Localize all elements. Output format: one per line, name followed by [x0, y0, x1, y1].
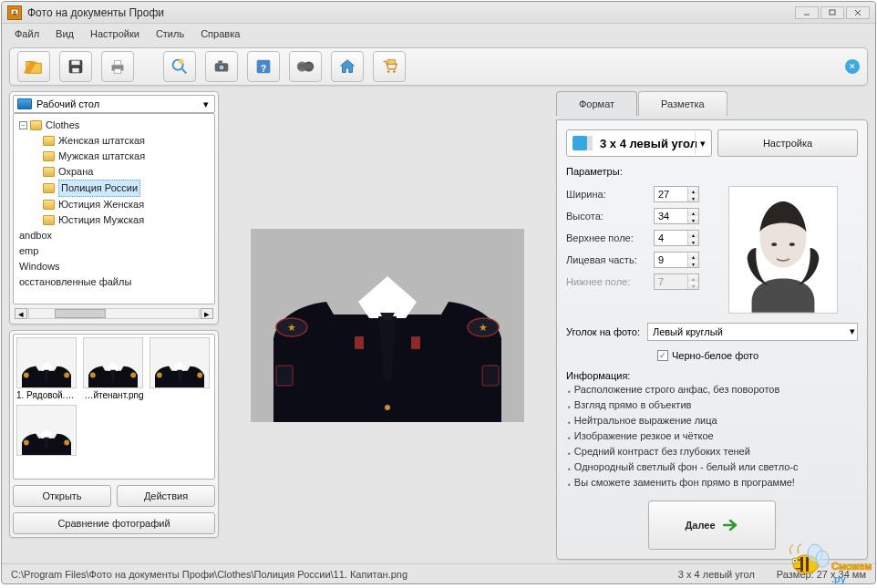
top-margin-label: Верхнее поле:: [566, 232, 654, 243]
corner-label: Уголок на фото:: [566, 326, 640, 337]
svg-rect-25: [387, 60, 395, 65]
face-part-input[interactable]: 9▴▾: [654, 252, 699, 268]
compare-button[interactable]: Сравнение фотографий: [13, 512, 215, 534]
tree-folder[interactable]: Мужская штатская: [32, 149, 212, 164]
menu-file[interactable]: Файл: [7, 26, 46, 41]
scroll-right-icon[interactable]: ▸: [201, 308, 213, 319]
svg-point-51: [789, 242, 795, 246]
chevron-down-icon: ▾: [200, 98, 212, 110]
svg-point-50: [771, 242, 777, 246]
tree-folder[interactable]: Женская штатская: [32, 133, 212, 149]
tree-folder-selected[interactable]: Полиция России: [32, 180, 212, 197]
open-button[interactable]: Открыть: [13, 485, 111, 507]
file-browser: Рабочий стол ▾ −Clothes Женская штатская…: [9, 91, 219, 325]
tree-folder[interactable]: Охрана: [32, 164, 212, 180]
menu-settings[interactable]: Настройки: [83, 26, 147, 41]
close-button[interactable]: [846, 6, 870, 19]
tree-folder[interactable]: Юстиция Мужская: [32, 212, 212, 228]
toolbar-open-icon[interactable]: [17, 51, 50, 82]
minimize-button[interactable]: [795, 6, 819, 19]
svg-point-23: [387, 70, 390, 73]
svg-point-45: [385, 405, 390, 410]
tree-folder[interactable]: Юстиция Женская: [32, 197, 212, 212]
svg-point-33: [157, 373, 162, 378]
thumbnail-item[interactable]: …йтенант.png: [83, 337, 145, 400]
height-input[interactable]: 34▴▾: [654, 208, 699, 224]
thumbnail-item[interactable]: [16, 405, 78, 458]
bottom-margin-input: 7▴▾: [654, 273, 699, 290]
svg-rect-47: [482, 366, 499, 386]
scroll-left-icon[interactable]: ◂: [15, 308, 27, 319]
svg-rect-10: [114, 61, 120, 66]
thumbnail-panel: 1. Рядовой.png …йтенант.png: [9, 330, 219, 538]
svg-text:?: ?: [261, 64, 266, 74]
tree-folder[interactable]: emp: [19, 243, 212, 259]
height-label: Высота:: [566, 211, 654, 222]
svg-rect-7: [71, 61, 79, 66]
toolbar-close-icon[interactable]: ✕: [845, 59, 860, 74]
bw-checkbox[interactable]: ✓: [657, 350, 668, 361]
app-icon: [7, 5, 22, 20]
tree-folder-clothes[interactable]: −Clothes: [19, 118, 212, 133]
toolbar-video-icon[interactable]: [289, 51, 322, 82]
bottom-margin-label: Нижнее поле:: [566, 276, 654, 287]
format-name: 3 х 4 левый угол: [600, 137, 697, 150]
svg-point-24: [393, 70, 396, 73]
toolbar: ? ✕: [9, 47, 868, 86]
app-window: Фото на документы Профи Файл Вид Настрой…: [1, 1, 876, 584]
toolbar-camera-icon[interactable]: [205, 51, 238, 82]
svg-line-13: [182, 69, 187, 74]
status-size: Размер: 27 х 34 мм: [777, 569, 866, 580]
clothing-preview[interactable]: ★ ★: [251, 229, 524, 422]
svg-rect-46: [276, 366, 293, 386]
svg-text:★: ★: [479, 322, 488, 333]
menu-help[interactable]: Справка: [193, 26, 247, 41]
menu-view[interactable]: Вид: [48, 26, 81, 41]
format-combo[interactable]: 3 х 4 левый угол ▾: [566, 129, 712, 157]
toolbar-cart-icon[interactable]: [373, 51, 406, 82]
svg-point-30: [90, 373, 96, 378]
tab-format[interactable]: Формат: [556, 91, 637, 116]
svg-point-1: [14, 10, 16, 13]
format-icon: [573, 136, 593, 150]
tree-folder[interactable]: Windows: [19, 259, 212, 274]
toolbar-zoom-icon[interactable]: [163, 51, 196, 82]
svg-point-34: [197, 373, 202, 378]
toolbar-home-icon[interactable]: [331, 51, 364, 82]
folder-tree[interactable]: −Clothes Женская штатская Мужская штатск…: [13, 113, 215, 304]
chevron-down-icon: ▾: [850, 325, 855, 337]
location-text: Рабочий стол: [36, 98, 99, 109]
thumbnail-caption: …йтенант.png: [83, 390, 145, 400]
thumbnail-item[interactable]: 1. Рядовой.png: [16, 337, 78, 400]
svg-rect-8: [72, 68, 78, 73]
status-path: C:\Program Files\Фото на документы Профи…: [11, 569, 408, 580]
format-settings-button[interactable]: Настройка: [717, 129, 858, 157]
svg-point-31: [130, 373, 136, 378]
next-button[interactable]: Далее: [648, 500, 776, 550]
svg-rect-43: [355, 336, 364, 349]
menu-bar: Файл Вид Настройки Стиль Справка: [2, 24, 875, 44]
svg-point-27: [24, 373, 29, 378]
svg-rect-44: [411, 336, 420, 349]
status-format: 3 х 4 левый угол: [678, 569, 755, 580]
corner-select[interactable]: Левый круглый ▾: [647, 323, 858, 341]
tree-scrollbar[interactable]: ◂ ▸: [13, 306, 215, 321]
tree-folder[interactable]: andbox: [19, 228, 212, 243]
menu-style[interactable]: Стиль: [149, 26, 191, 41]
top-margin-input[interactable]: 4▴▾: [654, 230, 699, 246]
desktop-icon: [17, 98, 32, 109]
window-title: Фото на документы Профи: [27, 6, 164, 19]
toolbar-save-icon[interactable]: [59, 51, 92, 82]
toolbar-print-icon[interactable]: [101, 51, 134, 82]
toolbar-help-icon[interactable]: ?: [247, 51, 280, 82]
width-input[interactable]: 27▴▾: [654, 186, 699, 202]
svg-point-36: [24, 440, 29, 446]
tree-folder[interactable]: осстановленные файлы: [19, 274, 212, 290]
params-label: Параметры:: [566, 166, 858, 177]
svg-point-37: [64, 440, 69, 446]
tab-layout[interactable]: Разметка: [638, 91, 727, 116]
location-combo[interactable]: Рабочий стол ▾: [13, 95, 215, 113]
maximize-button[interactable]: [820, 6, 844, 19]
actions-button[interactable]: Действия: [117, 485, 215, 507]
thumbnail-item[interactable]: [150, 337, 212, 400]
